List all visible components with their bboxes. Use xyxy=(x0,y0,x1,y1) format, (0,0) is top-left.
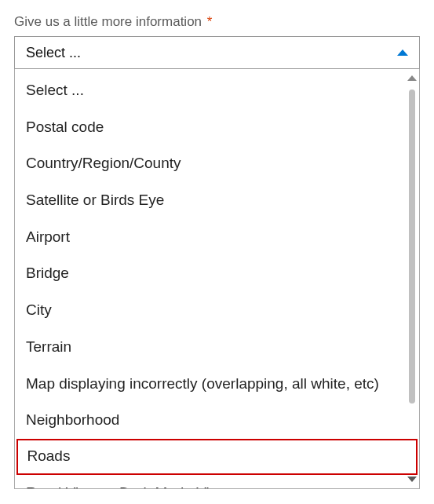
dropdown-option-roads[interactable]: Roads xyxy=(16,439,418,475)
dropdown-option[interactable]: Terrain xyxy=(15,329,419,366)
dropdown-list: Select ... Postal code Country/Region/Co… xyxy=(15,69,419,489)
dropdown-option[interactable]: Airport xyxy=(15,219,419,256)
dropdown-panel: Select ... Postal code Country/Region/Co… xyxy=(14,69,420,489)
field-label-text: Give us a little more information xyxy=(14,14,202,29)
select-container: Select ... Select ... Postal code Countr… xyxy=(14,36,420,489)
dropdown-option[interactable]: Map displaying incorrectly (overlapping,… xyxy=(15,366,419,403)
scroll-down-icon[interactable] xyxy=(407,477,417,482)
scroll-up-icon[interactable] xyxy=(407,75,417,81)
required-asterisk: * xyxy=(207,14,213,29)
dropdown-option[interactable]: Select ... xyxy=(15,72,419,109)
dropdown-option[interactable]: City xyxy=(15,292,419,329)
dropdown-option[interactable]: Neighborhood xyxy=(15,402,419,439)
field-label: Give us a little more information * xyxy=(14,14,420,30)
select-box[interactable]: Select ... xyxy=(14,36,420,69)
select-current-value: Select ... xyxy=(26,45,81,61)
dropdown-option[interactable]: Road View or Dark Mode View xyxy=(15,475,419,489)
dropdown-option[interactable]: Satellite or Birds Eye xyxy=(15,182,419,219)
dropdown-option[interactable]: Postal code xyxy=(15,109,419,146)
scrollbar[interactable] xyxy=(407,75,417,482)
dropdown-option[interactable]: Bridge xyxy=(15,255,419,292)
dropdown-option[interactable]: Country/Region/County xyxy=(15,145,419,182)
scrollbar-thumb[interactable] xyxy=(409,89,415,404)
caret-up-icon xyxy=(397,49,408,56)
